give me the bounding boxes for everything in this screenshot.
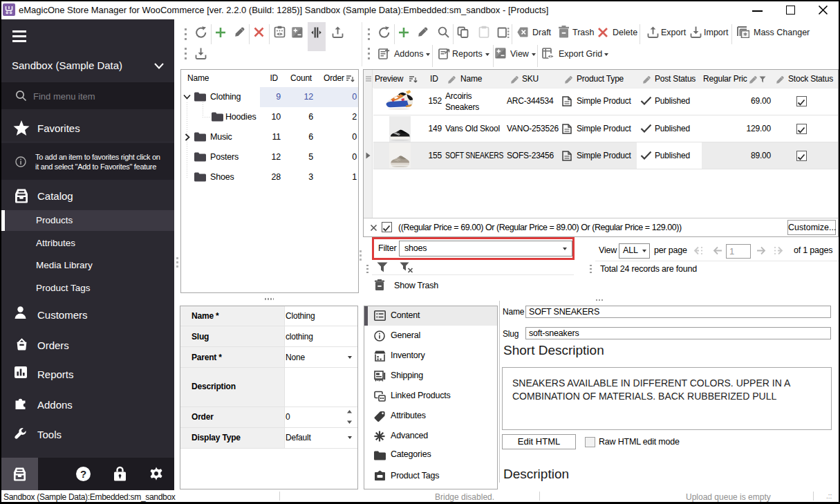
svg-text:?: ? [80,468,86,480]
